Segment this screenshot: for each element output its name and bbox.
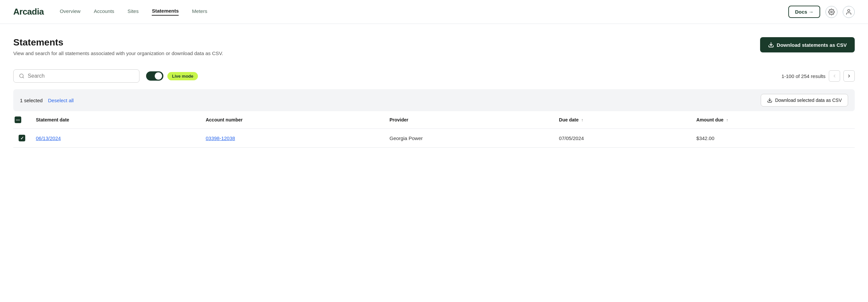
row-amount-due-cell: $342.00: [691, 129, 855, 148]
search-icon: [19, 73, 25, 79]
table-row: 06/13/2024 03398-12038 Georgia Power 07/…: [13, 129, 855, 148]
col-account-number-label: Account number: [206, 117, 242, 123]
filter-row: Live mode 1-100 of 254 results: [13, 69, 855, 82]
page-header: Statements View and search for all state…: [13, 37, 855, 56]
download-selected-button[interactable]: Download selected data as CSV: [761, 94, 848, 106]
deselect-all-link[interactable]: Deselect all: [48, 98, 74, 103]
row-checkbox-cell[interactable]: [13, 129, 31, 148]
account-number-link[interactable]: 03398-12038: [206, 135, 235, 141]
settings-icon[interactable]: [826, 6, 837, 18]
due-date-sort-icon: ↑: [581, 118, 583, 123]
row-due-date-cell: 07/05/2024: [554, 129, 691, 148]
live-mode-badge: Live mode: [167, 72, 198, 80]
page-subtitle: View and search for all statements assoc…: [13, 51, 223, 56]
row-statement-date-cell: 06/13/2024: [31, 129, 200, 148]
svg-line-4: [23, 77, 24, 78]
col-amount-due[interactable]: Amount due ↑: [691, 111, 855, 129]
main-content: Statements View and search for all state…: [0, 24, 868, 148]
selection-info: 1 selected Deselect all: [20, 98, 74, 103]
selection-bar: 1 selected Deselect all Download selecte…: [13, 89, 855, 111]
navbar: Arcadia Overview Accounts Sites Statemen…: [0, 0, 868, 24]
nav-meters[interactable]: Meters: [192, 8, 207, 15]
checkbox-minus[interactable]: [14, 116, 21, 123]
col-provider-label: Provider: [390, 117, 408, 123]
col-statement-date-label: Statement date: [36, 117, 69, 123]
docs-button[interactable]: Docs →: [788, 6, 820, 18]
table-header-row: Statement date Account number Provider D…: [13, 111, 855, 129]
download-csv-button[interactable]: Download statements as CSV: [760, 37, 855, 53]
amount-due-sort-icon: ↑: [726, 118, 728, 123]
download-selected-label: Download selected data as CSV: [775, 98, 842, 103]
search-box[interactable]: [13, 69, 140, 82]
nav-sites[interactable]: Sites: [127, 8, 138, 15]
toggle-thumb: [155, 72, 162, 80]
col-provider[interactable]: Provider: [384, 111, 554, 129]
nav-statements[interactable]: Statements: [152, 8, 179, 15]
chevron-left-icon: [832, 74, 837, 78]
download-csv-label: Download statements as CSV: [777, 42, 847, 48]
col-due-date-label: Due date: [559, 117, 579, 123]
page-title: Statements: [13, 37, 223, 48]
live-mode-toggle[interactable]: [146, 71, 163, 81]
results-info: 1-100 of 254 results: [781, 70, 855, 81]
row-provider-cell: Georgia Power: [384, 129, 554, 148]
chevron-right-icon: [847, 74, 851, 78]
results-text: 1-100 of 254 results: [781, 73, 826, 79]
statements-table: Statement date Account number Provider D…: [13, 111, 855, 148]
statement-date-link[interactable]: 06/13/2024: [36, 135, 61, 141]
next-page-button[interactable]: [843, 70, 855, 81]
col-statement-date[interactable]: Statement date: [31, 111, 200, 129]
selected-count: 1 selected: [20, 98, 42, 103]
download-selected-icon: [767, 98, 772, 103]
col-account-number[interactable]: Account number: [200, 111, 384, 129]
svg-point-1: [848, 9, 850, 11]
nav-overview[interactable]: Overview: [60, 8, 81, 15]
page-title-block: Statements View and search for all state…: [13, 37, 223, 56]
search-input[interactable]: [28, 73, 134, 79]
download-icon: [768, 42, 774, 48]
prev-page-button[interactable]: [829, 70, 840, 81]
app-logo: Arcadia: [13, 7, 44, 17]
svg-point-0: [831, 11, 833, 12]
col-due-date[interactable]: Due date ↑: [554, 111, 691, 129]
row-account-number-cell: 03398-12038: [200, 129, 384, 148]
col-amount-due-label: Amount due: [696, 117, 723, 123]
row-checkbox[interactable]: [19, 135, 25, 141]
nav-links: Overview Accounts Sites Statements Meter…: [60, 8, 788, 15]
nav-right: Docs →: [788, 6, 855, 18]
toggle-wrapper: Live mode: [146, 71, 198, 81]
select-all-checkbox-header[interactable]: [13, 111, 31, 129]
user-icon[interactable]: [843, 6, 855, 18]
nav-accounts[interactable]: Accounts: [94, 8, 114, 15]
